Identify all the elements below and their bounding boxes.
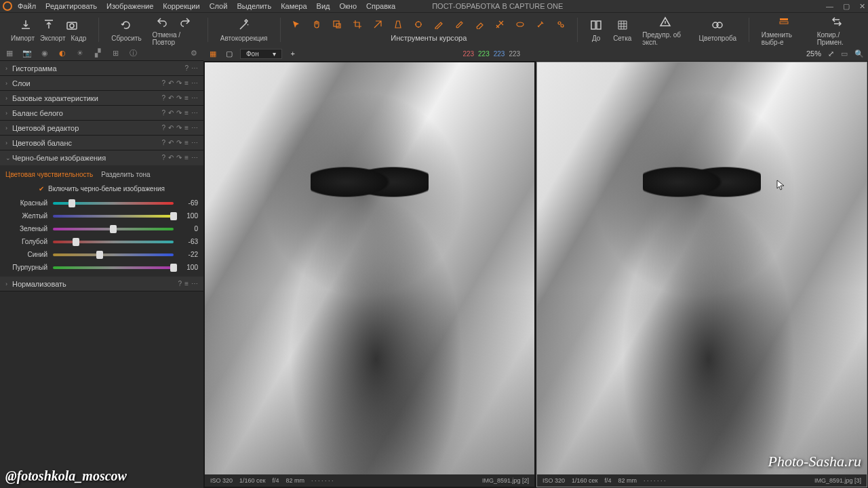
pen-tool-icon[interactable] — [432, 18, 446, 31]
clone-tool-icon[interactable] — [554, 18, 568, 31]
panel-normalize[interactable]: ›Нормализовать?≡⋯ — [0, 277, 203, 291]
hand-tool-icon[interactable] — [310, 18, 323, 31]
radial-tool-icon[interactable] — [513, 18, 527, 31]
copy-apply-icon[interactable] — [831, 16, 843, 28]
maximize-button[interactable]: ▢ — [843, 2, 850, 11]
tab-adjust-icon[interactable]: ⊞ — [110, 48, 121, 59]
menu-edit[interactable]: Редактировать — [45, 2, 97, 10]
slider-value: 100 — [179, 264, 198, 271]
tab-library-icon[interactable]: ▦ — [4, 48, 15, 59]
multi-view-icon[interactable]: ▦ — [208, 48, 218, 59]
menu-dots-icon[interactable]: ⋯ — [191, 64, 198, 72]
wand-icon[interactable] — [238, 19, 250, 31]
panel-bw-body: Цветовая чувствительность Разделить тона… — [0, 165, 203, 277]
slider-green[interactable]: Зеленый0 — [0, 222, 203, 235]
slider-track[interactable] — [53, 202, 174, 205]
menu-window[interactable]: Окно — [339, 2, 357, 10]
slider-thumb[interactable] — [170, 264, 177, 272]
export-icon[interactable] — [43, 19, 55, 31]
exposure-warning-icon[interactable] — [659, 16, 671, 28]
watermark-right: Photo-Sasha.ru — [768, 453, 862, 470]
slider-track[interactable] — [53, 241, 174, 243]
subtab-splittone[interactable]: Разделить тона — [101, 171, 150, 178]
panel-base[interactable]: ›Базовые характеристики?↶↷≡⋯ — [0, 91, 203, 106]
minimize-button[interactable]: — — [826, 2, 833, 11]
menu-help[interactable]: Справка — [366, 2, 395, 10]
slider-cyan[interactable]: Голубой-63 — [0, 235, 203, 248]
slider-thumb[interactable] — [110, 225, 117, 233]
slider-yellow[interactable]: Желтый100 — [0, 209, 203, 222]
slider-label: Красный — [5, 199, 47, 207]
panel-histogram[interactable]: ›Гистограмма?⋯ — [0, 61, 203, 76]
heal-tool-icon[interactable] — [534, 18, 547, 31]
add-layer-icon[interactable]: + — [288, 48, 298, 59]
nav-left-icon[interactable]: ▭ — [841, 49, 848, 58]
menu-select[interactable]: Выделить — [237, 2, 271, 10]
menu-view[interactable]: Вид — [317, 2, 330, 10]
panel-wb[interactable]: ›Баланс белого?↶↷≡⋯ — [0, 106, 203, 121]
menu-layer[interactable]: Слой — [210, 2, 228, 10]
brush-tool-icon[interactable] — [452, 18, 466, 31]
proof-icon[interactable] — [711, 19, 724, 31]
tab-capture-icon[interactable]: 📷 — [22, 48, 33, 59]
rotate-tool-icon[interactable] — [371, 18, 384, 31]
tab-lens-icon[interactable]: ◉ — [39, 48, 50, 59]
image-pane-left[interactable]: ISO 3201/160 секf/482 mm · · · · · · · I… — [205, 62, 534, 487]
svg-point-5 — [517, 22, 524, 26]
slider-label: Голубой — [5, 238, 47, 245]
spot-tool-icon[interactable] — [412, 18, 425, 31]
slider-track[interactable] — [53, 215, 174, 218]
slider-thumb[interactable] — [96, 251, 103, 259]
redo-icon[interactable] — [179, 16, 191, 28]
close-button[interactable]: ✕ — [859, 2, 865, 11]
tools-sidebar: ▦ 📷 ◉ ◐ ☀ ▞ ⊞ ⓘ ⚙ ›Гистограмма?⋯ ›Слои?↶… — [0, 46, 203, 488]
reset-icon[interactable] — [120, 19, 132, 31]
menu-file[interactable]: Файл — [18, 2, 36, 10]
tab-details-icon[interactable]: ▞ — [92, 48, 103, 59]
slider-thumb[interactable] — [73, 238, 79, 246]
watermark-left: @fotoshkola_moscow — [5, 468, 127, 484]
window-title: ПОСТ-ОБРАБОТКА В CAPTURE ONE — [432, 2, 563, 10]
image-pane-right[interactable]: ISO 3201/160 секf/482 mm · · · · · · · I… — [537, 62, 867, 487]
eraser-tool-icon[interactable] — [473, 18, 486, 31]
edit-selected-icon[interactable] — [778, 16, 790, 28]
panel-layers[interactable]: ›Слои?↶↷≡⋯ — [0, 76, 203, 91]
search-icon[interactable]: 🔍 — [854, 49, 864, 58]
menu-camera[interactable]: Камера — [281, 2, 307, 10]
panel-bw[interactable]: ⌄Черно-белые изображения?↶↷≡⋯ — [0, 150, 203, 165]
slider-track[interactable] — [53, 253, 174, 256]
panel-coloredit[interactable]: ›Цветовой редактор?↶↷≡⋯ — [0, 121, 203, 136]
crop-tool-icon[interactable] — [351, 18, 364, 31]
gradient-tool-icon[interactable] — [493, 18, 507, 31]
slider-thumb[interactable] — [170, 212, 177, 220]
slider-track[interactable] — [53, 266, 174, 269]
slider-track[interactable] — [53, 228, 174, 230]
tab-color-icon[interactable]: ◐ — [57, 48, 68, 59]
panel-colorbal[interactable]: ›Цветовой баланс?↶↷≡⋯ — [0, 136, 203, 150]
slider-magenta[interactable]: Пурпурный100 — [0, 261, 203, 274]
zoom-level[interactable]: 25% — [806, 49, 821, 58]
layer-dropdown[interactable]: Фон▾ — [240, 49, 282, 59]
slider-blue[interactable]: Синий-22 — [0, 248, 203, 261]
pointer-tool-icon[interactable] — [290, 18, 303, 31]
menu-adjustments[interactable]: Коррекции — [163, 2, 199, 10]
menu-image[interactable]: Изображение — [106, 2, 153, 10]
slider-thumb[interactable] — [68, 199, 75, 207]
tab-output-icon[interactable]: ⚙ — [189, 48, 199, 59]
import-icon[interactable] — [20, 19, 32, 31]
camera-icon[interactable] — [66, 19, 78, 31]
tab-meta-icon[interactable]: ⓘ — [127, 48, 138, 59]
tab-exposure-icon[interactable]: ☀ — [75, 48, 85, 59]
help-icon[interactable]: ? — [184, 64, 189, 72]
import-label: Импорт — [11, 35, 35, 42]
before-after-icon[interactable] — [590, 19, 602, 31]
keystone-tool-icon[interactable] — [391, 18, 405, 31]
loupe-tool-icon[interactable] — [330, 18, 344, 31]
subtab-sensitivity[interactable]: Цветовая чувствительность — [5, 171, 93, 178]
grid-icon[interactable] — [616, 19, 629, 31]
enable-bw-checkbox[interactable]: ✔Включить черно-белые изображения — [0, 181, 203, 197]
zoom-fit-icon[interactable]: ⤢ — [828, 49, 834, 58]
slider-red[interactable]: Красный-69 — [0, 197, 203, 209]
single-view-icon[interactable]: ▢ — [224, 48, 235, 59]
undo-icon[interactable] — [156, 16, 168, 28]
